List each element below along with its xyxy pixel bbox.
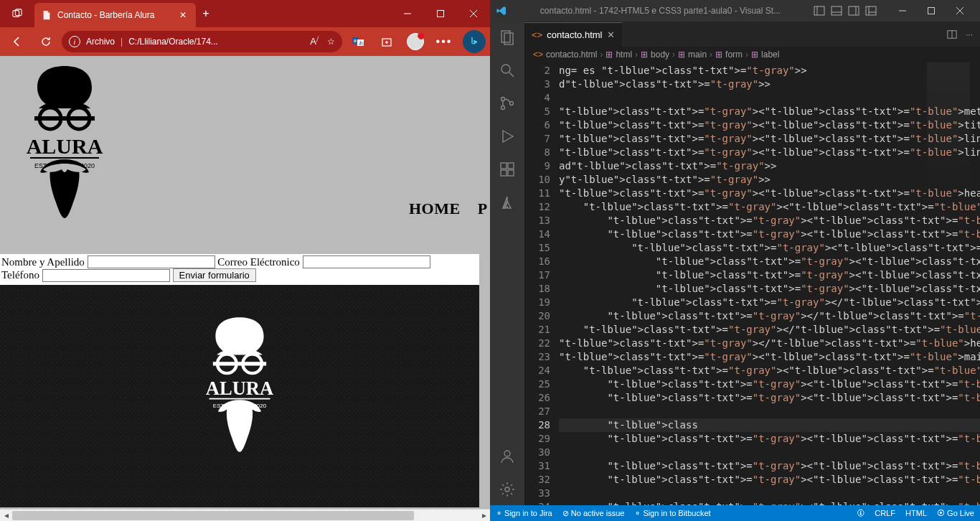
status-lang[interactable]: HTML bbox=[905, 509, 927, 517]
scroll-track[interactable] bbox=[12, 510, 478, 522]
status-notifications-icon[interactable]: 🛈 bbox=[857, 509, 864, 517]
svg-point-45 bbox=[501, 106, 505, 110]
page-header: ALURA ESTD 2020 HOME P bbox=[0, 56, 479, 254]
collections-icon[interactable] bbox=[374, 30, 400, 53]
status-golive[interactable]: ⦿ Go Live bbox=[937, 509, 974, 517]
label-phone: Teléfono bbox=[1, 269, 39, 281]
svg-point-44 bbox=[501, 98, 505, 101]
status-jira[interactable]: ⚬ Sign in to Jira bbox=[496, 509, 552, 518]
status-bitbucket[interactable]: ⚬ Sign in to Bitbucket bbox=[634, 509, 710, 518]
minimize-button[interactable] bbox=[888, 0, 917, 22]
browser-tab-active[interactable]: Contacto - Barbería Alura ✕ bbox=[34, 3, 196, 27]
contact-form: Nombre y Apellido Correo Eléctronico Tel… bbox=[0, 254, 479, 285]
status-crlf[interactable]: CRLF bbox=[875, 509, 895, 517]
svg-text:a: a bbox=[354, 38, 357, 43]
layout-icon[interactable] bbox=[865, 5, 877, 17]
submit-button[interactable] bbox=[173, 268, 256, 282]
panel-left-icon[interactable] bbox=[814, 5, 825, 17]
scroll-thumb[interactable] bbox=[12, 511, 414, 520]
label-email: Correo Eléctronico bbox=[217, 256, 300, 268]
nav-home[interactable]: HOME bbox=[409, 200, 461, 217]
window-controls bbox=[391, 0, 490, 27]
avatar bbox=[407, 33, 424, 50]
edge-titlebar: Contacto - Barbería Alura ✕ + bbox=[0, 0, 490, 27]
activity-bar bbox=[490, 22, 524, 505]
minimize-button[interactable] bbox=[391, 0, 424, 27]
atlassian-icon[interactable] bbox=[499, 194, 516, 211]
svg-text:あ: あ bbox=[359, 40, 364, 46]
explorer-icon[interactable] bbox=[499, 29, 516, 46]
bing-chat-button[interactable] bbox=[463, 30, 486, 53]
svg-rect-27 bbox=[814, 6, 824, 15]
code-content[interactable]: ng= es "t-lblue">class"t-txt">="t-gray">… bbox=[559, 64, 980, 505]
vscode-icon bbox=[496, 5, 507, 17]
tab-actions-button[interactable] bbox=[0, 0, 34, 27]
edge-toolbar: i Archivo | C:/Lliliana/Oracle/174... A⧸… bbox=[0, 27, 490, 56]
reading-mode-icon[interactable]: A⧸ bbox=[310, 36, 319, 47]
translate-icon[interactable]: aあ bbox=[345, 30, 371, 53]
panel-right-icon[interactable] bbox=[848, 5, 859, 17]
extensions-icon[interactable] bbox=[499, 161, 516, 178]
settings-gear-icon[interactable] bbox=[499, 481, 516, 498]
editor-tabs: <> contacto.html ✕ ··· bbox=[524, 22, 980, 47]
input-name[interactable] bbox=[88, 255, 215, 268]
horizontal-scrollbar[interactable]: ◂ ▸ bbox=[0, 509, 490, 521]
panel-bottom-icon[interactable] bbox=[831, 5, 842, 17]
account-icon[interactable] bbox=[499, 448, 516, 465]
svg-rect-13 bbox=[34, 116, 95, 121]
source-control-icon[interactable] bbox=[499, 95, 516, 112]
more-button[interactable]: ••• bbox=[431, 30, 457, 53]
alura-logo-black: ALURA ESTD 2020 bbox=[14, 62, 115, 248]
editor-tab-contacto[interactable]: <> contacto.html ✕ bbox=[524, 22, 622, 47]
tab-close-button[interactable]: ✕ bbox=[177, 9, 189, 21]
svg-point-42 bbox=[501, 65, 510, 73]
svg-point-52 bbox=[504, 451, 510, 456]
new-tab-button[interactable]: + bbox=[196, 7, 216, 20]
status-issue[interactable]: ⊘ No active issue bbox=[562, 509, 625, 518]
scroll-left-button[interactable]: ◂ bbox=[0, 510, 12, 522]
run-debug-icon[interactable] bbox=[499, 128, 516, 145]
more-actions-icon[interactable]: ··· bbox=[966, 29, 973, 39]
page-footer: ALURA ESTD 2020 bbox=[0, 285, 479, 507]
split-editor-icon[interactable] bbox=[947, 29, 957, 39]
tab-close-icon[interactable]: ✕ bbox=[607, 29, 615, 40]
input-email[interactable] bbox=[303, 255, 430, 268]
line-gutter: 2345678910111213141516171819202122232425… bbox=[524, 62, 559, 505]
svg-point-53 bbox=[505, 487, 509, 492]
scroll-right-button[interactable]: ▸ bbox=[478, 510, 490, 522]
addr-path: C:/Lliliana/Oracle/174... bbox=[128, 37, 218, 47]
status-bar: ⚬ Sign in to Jira ⊘ No active issue ⚬ Si… bbox=[490, 505, 980, 521]
svg-rect-50 bbox=[501, 170, 507, 176]
code-editor[interactable]: 2345678910111213141516171819202122232425… bbox=[524, 62, 980, 505]
editor-area: <> contacto.html ✕ ··· <>contacto.html› … bbox=[524, 22, 980, 505]
svg-rect-37 bbox=[928, 8, 935, 14]
search-icon[interactable] bbox=[499, 62, 516, 79]
svg-line-43 bbox=[509, 72, 514, 77]
page-nav: HOME P bbox=[409, 200, 490, 218]
input-phone[interactable] bbox=[42, 269, 170, 282]
svg-rect-51 bbox=[508, 170, 514, 176]
svg-rect-20 bbox=[213, 362, 266, 365]
label-name: Nombre y Apellido bbox=[1, 256, 85, 268]
svg-text:ALURA: ALURA bbox=[206, 377, 273, 399]
close-button[interactable] bbox=[946, 0, 974, 22]
address-bar[interactable]: i Archivo | C:/Lliliana/Oracle/174... A⧸… bbox=[62, 31, 342, 52]
maximize-button[interactable] bbox=[424, 0, 457, 27]
tab-label: contacto.html bbox=[547, 29, 602, 40]
refresh-button[interactable] bbox=[33, 30, 59, 53]
page-viewport[interactable]: ALURA ESTD 2020 HOME P Nombre y Apellido bbox=[0, 56, 490, 509]
nav-products-partial[interactable]: P bbox=[478, 200, 488, 217]
layout-controls bbox=[814, 5, 877, 17]
site-info-icon[interactable]: i bbox=[69, 36, 80, 47]
tab-strip: Contacto - Barbería Alura ✕ + bbox=[0, 0, 216, 27]
breadcrumb[interactable]: <>contacto.html› ⊞html› ⊞body› ⊞main› ⊞f… bbox=[524, 47, 980, 62]
profile-button[interactable] bbox=[402, 30, 428, 53]
svg-rect-31 bbox=[849, 6, 859, 15]
back-button[interactable] bbox=[4, 30, 30, 53]
maximize-button[interactable] bbox=[917, 0, 946, 22]
close-button[interactable] bbox=[457, 0, 490, 27]
vscode-titlebar: contacto.html - 1742-HTML5 e CSS3 parte1… bbox=[490, 0, 980, 22]
svg-text:ALURA: ALURA bbox=[27, 134, 103, 158]
favorite-icon[interactable]: ☆ bbox=[327, 37, 335, 47]
vscode-window: contacto.html - 1742-HTML5 e CSS3 parte1… bbox=[490, 0, 980, 521]
